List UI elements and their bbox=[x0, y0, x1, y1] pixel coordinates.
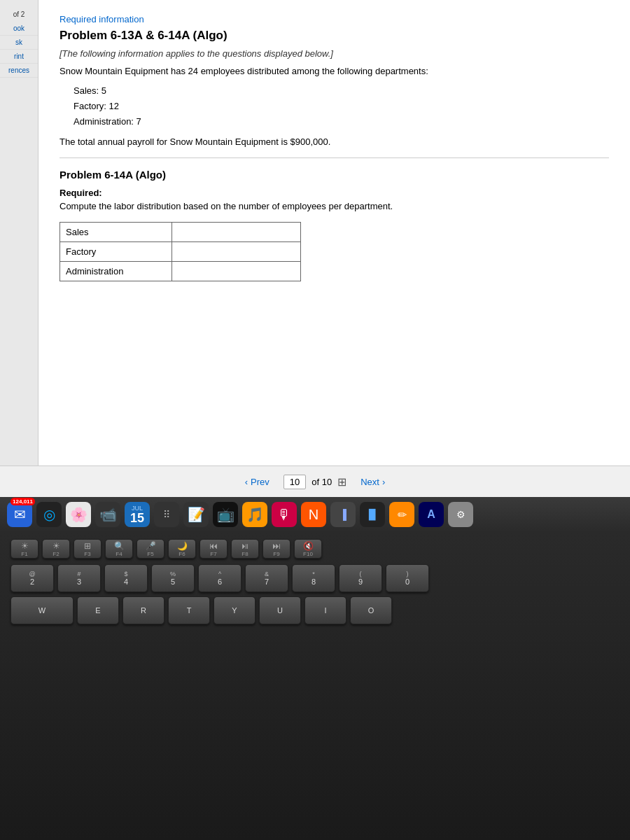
dock-chart-icon[interactable]: ▉ bbox=[360, 502, 385, 527]
number-key-row: @ 2 # 3 $ 4 % 5 ^ 6 & 7 * 8 ( 9 bbox=[10, 564, 620, 592]
key-ampersand-7[interactable]: & 7 bbox=[245, 564, 288, 592]
total-pages: of 10 bbox=[312, 477, 332, 487]
dock-email-badge: ✉ 124,011 bbox=[7, 502, 32, 527]
required-label: Required: bbox=[59, 188, 609, 198]
italic-note: [The following information applies to th… bbox=[59, 48, 609, 59]
dock-photos-icon[interactable]: 🌸 bbox=[66, 502, 91, 527]
table-row-factory: Factory bbox=[60, 242, 301, 262]
key-at-2[interactable]: @ 2 bbox=[10, 564, 54, 592]
key-f9[interactable]: ⏭ F9 bbox=[262, 539, 290, 559]
grid-icon[interactable]: ⊞ bbox=[337, 475, 346, 489]
dock-notes-icon[interactable]: 📝 bbox=[183, 502, 209, 527]
fn-key-row: ☀ F1 ☀ F2 ⊞ F3 🔍 F4 🎤 F5 🌙 F6 ⏮ F7 ⏯ bbox=[10, 539, 620, 559]
dock-reminders-icon[interactable]: ⠿ bbox=[154, 502, 179, 527]
key-f8[interactable]: ⏯ F8 bbox=[231, 539, 259, 559]
dock-email-icon[interactable]: ✉ bbox=[7, 502, 32, 527]
factory-input-cell[interactable] bbox=[172, 242, 300, 262]
prev-button[interactable]: ‹ Prev bbox=[245, 477, 270, 487]
navigation-bar: ‹ Prev 10 of 10 ⊞ Next › bbox=[0, 465, 630, 497]
dock-calendar-icon[interactable]: JUL 15 bbox=[125, 502, 150, 527]
key-o[interactable]: O bbox=[350, 596, 392, 624]
key-y[interactable]: Y bbox=[214, 596, 255, 624]
table-row-sales: Sales bbox=[60, 223, 301, 242]
key-i[interactable]: I bbox=[304, 596, 346, 624]
dock: ✉ 124,011 ◎ 🌸 📹 JUL 15 ⠿ 📝 📺 🎵 🎙 N ▐ ▉ ✏… bbox=[0, 497, 630, 532]
rewind-icon: ⏮ bbox=[209, 541, 218, 551]
key-f1[interactable]: ☀ F1 bbox=[10, 539, 38, 559]
key-r[interactable]: R bbox=[122, 596, 164, 624]
fast-forward-icon: ⏭ bbox=[272, 541, 281, 551]
payroll-text: The total annual payroll for Snow Mounta… bbox=[59, 136, 609, 158]
prev-chevron-icon: ‹ bbox=[245, 477, 248, 487]
sidebar-item-rint[interactable]: rint bbox=[0, 50, 38, 64]
play-pause-icon: ⏯ bbox=[241, 541, 249, 551]
dock-news-icon[interactable]: N bbox=[301, 502, 326, 527]
dept-sales: Sales: 5 bbox=[74, 83, 609, 99]
description-text: Snow Mountain Equipment has 24 employees… bbox=[59, 66, 609, 76]
key-caret-6[interactable]: ^ 6 bbox=[198, 564, 241, 592]
sales-input[interactable] bbox=[178, 227, 295, 237]
sales-input-cell[interactable] bbox=[172, 223, 300, 242]
key-f2[interactable]: ☀ F2 bbox=[42, 539, 70, 559]
key-f6[interactable]: 🌙 F6 bbox=[168, 539, 196, 559]
mic-icon: 🎤 bbox=[146, 541, 156, 551]
current-page[interactable]: 10 bbox=[284, 475, 306, 489]
brightness-up-icon: ☀ bbox=[52, 541, 60, 551]
sales-label: Sales bbox=[60, 223, 172, 242]
mission-control-icon: ⊞ bbox=[84, 541, 91, 551]
dock-signal-icon[interactable]: ▐ bbox=[330, 502, 356, 527]
key-percent-5[interactable]: % 5 bbox=[151, 564, 195, 592]
key-t[interactable]: T bbox=[168, 596, 210, 624]
dock-font-icon[interactable]: A bbox=[419, 502, 444, 527]
key-f5[interactable]: 🎤 F5 bbox=[136, 539, 164, 559]
sidebar-item-rences[interactable]: rences bbox=[0, 64, 38, 78]
required-info-label: Required information bbox=[59, 14, 609, 24]
sidebar-item-ook[interactable]: ook bbox=[0, 22, 38, 36]
administration-label: Administration bbox=[60, 262, 172, 281]
next-chevron-icon: › bbox=[382, 477, 385, 487]
key-f10[interactable]: 🔇 F10 bbox=[294, 539, 322, 559]
dock-facetime-icon[interactable]: 📹 bbox=[95, 502, 120, 527]
factory-input[interactable] bbox=[178, 246, 295, 257]
compute-text: Compute the labor distribution based on … bbox=[59, 201, 609, 211]
search-icon: 🔍 bbox=[114, 541, 125, 551]
dock-pencil-icon[interactable]: ✏ bbox=[389, 502, 414, 527]
problem14-title: Problem 6-14A (Algo) bbox=[59, 169, 609, 181]
administration-input-cell[interactable] bbox=[172, 262, 300, 281]
table-row-administration: Administration bbox=[60, 262, 301, 281]
key-f3[interactable]: ⊞ F3 bbox=[74, 539, 102, 559]
distribution-table: Sales Factory Administration bbox=[59, 222, 301, 281]
of-2-label: of 2 bbox=[0, 7, 38, 22]
next-button[interactable]: Next › bbox=[360, 477, 385, 487]
page-info: 10 of 10 ⊞ bbox=[284, 475, 346, 489]
dock-music-icon[interactable]: 🎵 bbox=[242, 502, 267, 527]
sidebar-item-sk[interactable]: sk bbox=[0, 36, 38, 50]
key-f4[interactable]: 🔍 F4 bbox=[105, 539, 133, 559]
administration-input[interactable] bbox=[178, 266, 295, 276]
next-label: Next bbox=[360, 477, 379, 487]
dept-factory: Factory: 12 bbox=[74, 99, 609, 114]
factory-label: Factory bbox=[60, 242, 172, 262]
key-hash-3[interactable]: # 3 bbox=[57, 564, 101, 592]
key-asterisk-8[interactable]: * 8 bbox=[292, 564, 335, 592]
dept-administration: Administration: 7 bbox=[74, 114, 609, 130]
dock-podcast-icon[interactable]: 🎙 bbox=[272, 502, 297, 527]
key-e[interactable]: E bbox=[77, 596, 119, 624]
problem-main-title: Problem 6-13A & 6-14A (Algo) bbox=[59, 29, 609, 43]
letter-key-row: W E R T Y U I O bbox=[10, 596, 620, 624]
key-lparen-9[interactable]: ( 9 bbox=[339, 564, 382, 592]
key-rparen-0[interactable]: ) 0 bbox=[386, 564, 429, 592]
volume-mute-icon: 🔇 bbox=[303, 541, 314, 551]
key-f7[interactable]: ⏮ F7 bbox=[200, 539, 227, 559]
departments-list: Sales: 5 Factory: 12 Administration: 7 bbox=[74, 83, 609, 130]
key-dollar-4[interactable]: $ 4 bbox=[104, 564, 148, 592]
key-u[interactable]: U bbox=[259, 596, 301, 624]
main-content-area: Required information Problem 6-13A & 6-1… bbox=[38, 0, 630, 483]
key-w[interactable]: W bbox=[10, 596, 74, 624]
dock-finder-icon[interactable]: ◎ bbox=[36, 502, 62, 527]
prev-label: Prev bbox=[251, 477, 270, 487]
dock-appletv-icon[interactable]: 📺 bbox=[213, 502, 238, 527]
email-badge-count: 124,011 bbox=[10, 498, 35, 505]
brightness-down-icon: ☀ bbox=[21, 541, 29, 551]
dock-settings-icon[interactable]: ⚙ bbox=[448, 502, 473, 527]
